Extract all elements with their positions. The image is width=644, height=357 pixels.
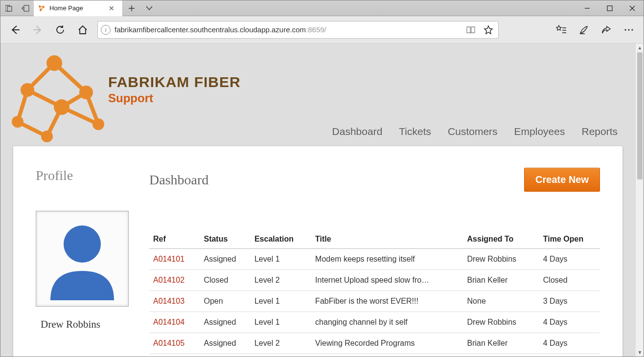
table-header-row: Ref Status Escalation Title Assigned To … [149, 230, 600, 249]
col-status: Status [200, 230, 250, 249]
browser-toolbar: i fabrikamfibercallcenter.southcentralus… [0, 16, 644, 44]
brand-title: FABRIKAM FIBER [108, 74, 241, 90]
svg-point-20 [21, 83, 34, 97]
scroll-down-icon[interactable]: ▼ [636, 348, 644, 357]
create-new-button[interactable]: Create New [524, 168, 600, 192]
cell-assigned: None [463, 291, 539, 312]
cell-time: 4 Days [539, 312, 600, 333]
more-icon[interactable] [618, 19, 640, 41]
table-row[interactable]: A014102 Closed Level 2 Internet Upload s… [149, 270, 600, 291]
svg-point-24 [41, 131, 53, 142]
cell-ref[interactable]: A014105 [149, 333, 200, 354]
cell-title: FabFiber is the worst EVER!!! [311, 291, 463, 312]
cell-time: 3 Days [539, 291, 600, 312]
svg-point-23 [12, 116, 23, 128]
cell-title: changing channel by it self [311, 312, 463, 333]
cell-time: Closed [539, 270, 600, 291]
cell-escalation: Level 2 [251, 270, 311, 291]
table-row[interactable]: A014104 Assigned Level 1 changing channe… [149, 312, 600, 333]
minimize-button[interactable] [576, 0, 598, 16]
svg-point-26 [64, 225, 101, 263]
svg-rect-1 [7, 6, 12, 11]
cell-title: Modem keeps resetting itself [311, 249, 463, 270]
svg-point-8 [628, 29, 629, 30]
profile-name: Drew Robbins [36, 318, 143, 331]
cell-ref[interactable]: A014103 [149, 291, 200, 312]
svg-point-21 [79, 86, 93, 99]
share-icon[interactable] [596, 19, 617, 41]
profile-column: Profile Drew Robbins [36, 168, 143, 354]
cell-status: Assigned [200, 312, 250, 333]
show-tabs-icon[interactable] [17, 0, 34, 16]
nav-dashboard[interactable]: Dashboard [332, 126, 383, 137]
nav-tickets[interactable]: Tickets [399, 126, 431, 137]
col-assigned: Assigned To [463, 230, 539, 249]
tabs-aside-icon[interactable] [0, 0, 17, 16]
dashboard-heading: Dashboard [149, 172, 208, 188]
close-button[interactable] [621, 0, 644, 16]
table-row[interactable]: A014103 Open Level 1 FabFiber is the wor… [149, 291, 600, 312]
cell-assigned: Drew Robbins [463, 249, 539, 270]
tab-close-icon[interactable]: ✕ [107, 4, 116, 12]
cell-status: Assigned [200, 333, 250, 354]
maximize-button[interactable] [598, 0, 621, 16]
url-text: fabrikamfibercallcenter.southcentralus.c… [115, 25, 460, 34]
titlebar: Home Page ✕ [0, 0, 644, 16]
tab-preview-icon[interactable] [140, 0, 158, 16]
cell-title: Viewing Recorded Programs [311, 333, 463, 354]
content-area: FABRIKAM FIBER Support Dashboard Tickets… [0, 44, 644, 357]
col-ref: Ref [149, 230, 200, 249]
svg-point-19 [46, 55, 62, 71]
avatar [36, 211, 129, 307]
cell-ref[interactable]: A014104 [149, 312, 200, 333]
cell-escalation: Level 1 [251, 312, 311, 333]
notes-pen-icon[interactable] [573, 19, 595, 41]
browser-tab[interactable]: Home Page ✕ [34, 0, 123, 16]
forward-button[interactable] [27, 19, 48, 41]
home-button[interactable] [72, 19, 93, 41]
cell-status: Open [200, 291, 250, 312]
table-row[interactable]: A014105 Assigned Level 2 Viewing Recorde… [149, 333, 600, 354]
nav-customers[interactable]: Customers [448, 126, 498, 137]
cell-assigned: Drew Robbins [463, 312, 539, 333]
cell-status: Closed [200, 270, 250, 291]
svg-point-25 [92, 118, 104, 130]
vertical-scrollbar[interactable]: ▲ ▼ [635, 44, 644, 357]
favorite-star-icon[interactable] [482, 23, 495, 37]
svg-rect-2 [24, 5, 29, 11]
page: FABRIKAM FIBER Support Dashboard Tickets… [0, 44, 635, 357]
cell-escalation: Level 2 [251, 333, 311, 354]
cell-escalation: Level 1 [251, 249, 311, 270]
cell-assigned: Brian Keller [463, 270, 539, 291]
reading-view-icon[interactable] [464, 23, 478, 37]
table-row[interactable]: A014101 Assigned Level 1 Modem keeps res… [149, 249, 600, 270]
address-bar[interactable]: i fabrikamfibercallcenter.southcentralus… [97, 21, 499, 39]
dashboard-card: Profile Drew Robbins Dashboard Cre [13, 146, 622, 357]
cell-time: 4 Days [539, 333, 600, 354]
cell-ref[interactable]: A014102 [149, 270, 200, 291]
tab-actions [123, 0, 158, 16]
scroll-up-icon[interactable]: ▲ [636, 44, 644, 52]
site-info-icon[interactable]: i [101, 25, 111, 35]
cell-assigned: Brian Keller [463, 333, 539, 354]
dashboard-column: Dashboard Create New Ref Status Escalati… [149, 168, 600, 354]
back-button[interactable] [4, 19, 26, 41]
favorites-list-icon[interactable] [551, 19, 572, 41]
brand-header: FABRIKAM FIBER Support Dashboard Tickets… [0, 44, 635, 146]
window-controls [576, 0, 644, 16]
brand-text: FABRIKAM FIBER Support [108, 44, 241, 105]
new-tab-button[interactable] [123, 0, 140, 16]
svg-point-7 [624, 29, 626, 30]
browser-window: Home Page ✕ i fabrikamfibercallcenter.so… [0, 0, 644, 357]
nav-reports[interactable]: Reports [581, 126, 618, 137]
scroll-thumb[interactable] [637, 52, 643, 179]
refresh-button[interactable] [49, 19, 71, 41]
col-escalation: Escalation [251, 230, 311, 249]
tickets-table: Ref Status Escalation Title Assigned To … [149, 230, 600, 354]
cell-ref[interactable]: A014101 [149, 249, 200, 270]
svg-point-9 [631, 29, 633, 30]
brand-subtitle: Support [108, 91, 241, 105]
tab-title: Home Page [49, 4, 103, 12]
nav-employees[interactable]: Employees [514, 126, 565, 137]
cell-time: 4 Days [539, 249, 600, 270]
